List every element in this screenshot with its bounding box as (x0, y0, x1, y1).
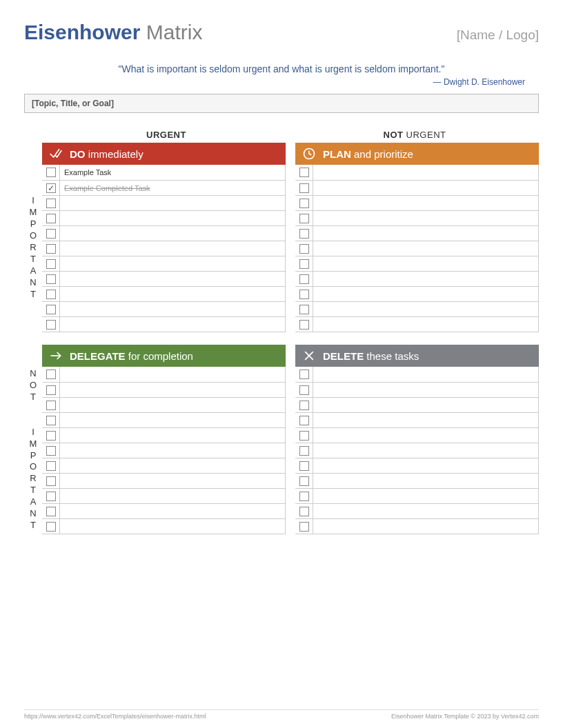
task-checkbox[interactable] (299, 229, 309, 239)
task-checkbox[interactable] (299, 320, 309, 330)
task-row (42, 301, 286, 316)
task-text[interactable] (60, 413, 286, 427)
task-text[interactable] (60, 211, 286, 225)
task-row (295, 518, 539, 534)
task-text[interactable]: Example Task (60, 165, 286, 180)
task-text[interactable] (60, 474, 286, 488)
task-row (295, 488, 539, 503)
task-text[interactable] (313, 317, 539, 332)
task-checkbox[interactable] (46, 168, 56, 177)
task-text[interactable] (313, 211, 539, 225)
task-row (42, 271, 286, 286)
task-checkbox[interactable] (299, 507, 309, 516)
title-bold: Eisenhower (24, 21, 140, 43)
task-text[interactable] (60, 398, 286, 412)
task-row (295, 286, 539, 301)
task-text[interactable] (313, 226, 539, 241)
task-checkbox[interactable] (299, 370, 309, 379)
task-text[interactable] (313, 383, 539, 397)
task-checkbox[interactable] (46, 476, 56, 486)
task-text[interactable] (60, 489, 286, 503)
task-text[interactable] (313, 474, 539, 488)
task-text[interactable] (60, 226, 286, 241)
task-checkbox[interactable] (46, 290, 56, 299)
task-checkbox[interactable] (46, 244, 56, 254)
task-checkbox[interactable] (299, 290, 309, 299)
task-text[interactable]: Example Completed Task (60, 181, 286, 195)
task-checkbox[interactable] (299, 274, 309, 284)
task-checkbox[interactable] (299, 461, 309, 471)
task-text[interactable] (60, 367, 286, 382)
task-checkbox[interactable] (299, 476, 309, 486)
task-text[interactable] (313, 443, 539, 458)
task-text[interactable] (313, 302, 539, 316)
task-checkbox[interactable] (299, 522, 309, 532)
task-row (295, 301, 539, 316)
task-text[interactable] (313, 504, 539, 518)
task-checkbox[interactable] (46, 416, 56, 425)
task-text[interactable] (313, 458, 539, 473)
task-text[interactable] (60, 428, 286, 443)
task-checkbox[interactable] (46, 259, 56, 269)
task-checkbox[interactable] (46, 214, 56, 223)
quadrant-do: DO immediately Example TaskExample Compl… (42, 143, 286, 332)
task-row (42, 443, 286, 458)
task-text[interactable] (313, 489, 539, 503)
task-checkbox[interactable] (299, 168, 309, 177)
task-checkbox[interactable] (299, 492, 309, 501)
task-text[interactable] (313, 181, 539, 195)
task-checkbox[interactable] (46, 507, 56, 516)
task-checkbox[interactable] (299, 401, 309, 410)
task-text[interactable] (313, 398, 539, 412)
topic-input[interactable]: [Topic, Title, or Goal] (24, 94, 539, 113)
task-text[interactable] (313, 256, 539, 271)
task-checkbox[interactable] (299, 244, 309, 254)
task-checkbox[interactable] (46, 199, 56, 208)
task-text[interactable] (313, 413, 539, 427)
task-text[interactable] (313, 428, 539, 443)
task-text[interactable] (60, 443, 286, 458)
task-checkbox[interactable] (299, 183, 309, 193)
task-checkbox[interactable] (299, 446, 309, 456)
task-checkbox[interactable] (299, 305, 309, 314)
task-checkbox[interactable] (299, 259, 309, 269)
task-checkbox[interactable] (46, 431, 56, 441)
task-text[interactable] (60, 519, 286, 534)
task-checkbox[interactable] (46, 385, 56, 395)
task-text[interactable] (60, 241, 286, 256)
task-text[interactable] (313, 196, 539, 210)
task-text[interactable] (313, 165, 539, 180)
task-checkbox[interactable] (46, 401, 56, 410)
task-text[interactable] (313, 287, 539, 301)
task-checkbox[interactable] (46, 492, 56, 501)
task-checkbox[interactable] (46, 183, 56, 193)
task-checkbox[interactable] (299, 385, 309, 395)
task-checkbox[interactable] (46, 461, 56, 471)
task-checkbox[interactable] (299, 199, 309, 208)
task-checkbox[interactable] (299, 214, 309, 223)
task-checkbox[interactable] (46, 522, 56, 532)
task-checkbox[interactable] (46, 320, 56, 330)
task-text[interactable] (313, 367, 539, 382)
task-text[interactable] (60, 302, 286, 316)
task-checkbox[interactable] (46, 274, 56, 284)
task-row (295, 397, 539, 412)
task-checkbox[interactable] (46, 229, 56, 239)
task-text[interactable] (60, 287, 286, 301)
task-checkbox[interactable] (46, 370, 56, 379)
task-text[interactable] (60, 256, 286, 271)
task-checkbox[interactable] (299, 431, 309, 441)
task-text[interactable] (60, 458, 286, 473)
task-text[interactable] (313, 519, 539, 534)
task-text[interactable] (313, 241, 539, 256)
task-text[interactable] (60, 196, 286, 210)
task-text[interactable] (60, 317, 286, 332)
task-text[interactable] (60, 383, 286, 397)
task-checkbox[interactable] (46, 446, 56, 456)
task-text[interactable] (313, 272, 539, 286)
task-text[interactable] (60, 504, 286, 518)
task-text[interactable] (60, 272, 286, 286)
task-checkbox[interactable] (299, 416, 309, 425)
task-checkbox[interactable] (46, 305, 56, 314)
task-row (42, 210, 286, 225)
